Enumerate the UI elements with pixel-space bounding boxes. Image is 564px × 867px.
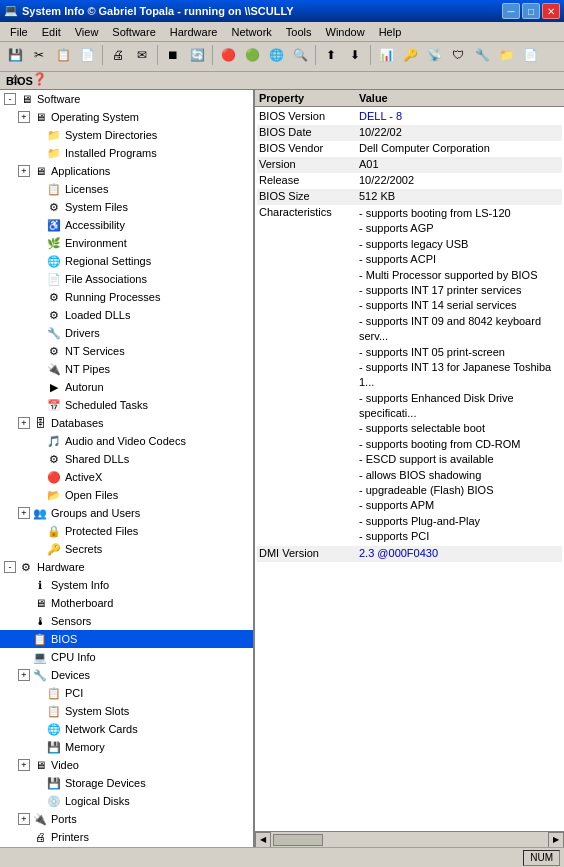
toolbar-red[interactable]: 🔴: [217, 44, 239, 66]
toolbar-folder[interactable]: 📁: [495, 44, 517, 66]
toolbar-down[interactable]: ⬇: [344, 44, 366, 66]
tree-item-motherboard[interactable]: 🖥Motherboard: [0, 594, 253, 612]
toolbar-network[interactable]: 📡: [423, 44, 445, 66]
tree-item-autorun[interactable]: ▶Autorun: [0, 378, 253, 396]
tree-item-system-info[interactable]: ℹSystem Info: [0, 576, 253, 594]
maximize-button[interactable]: □: [522, 3, 540, 19]
tree-item-devices[interactable]: +🔧Devices: [0, 666, 253, 684]
toolbar-copy[interactable]: 📋: [52, 44, 74, 66]
expand-icon-databases[interactable]: +: [18, 417, 30, 429]
tree-icon-network-cards: 🌐: [46, 721, 62, 737]
expand-icon-devices[interactable]: +: [18, 669, 30, 681]
toolbar-search[interactable]: 🔍: [289, 44, 311, 66]
tree-item-network-cards[interactable]: 🌐Network Cards: [0, 720, 253, 738]
menu-item-tools[interactable]: Tools: [280, 24, 318, 40]
detail-content[interactable]: BIOS VersionDELL - 8BIOS Date10/22/02BIO…: [255, 107, 564, 831]
expand-icon-applications[interactable]: +: [18, 165, 30, 177]
tree-item-storage-devices[interactable]: 💾Storage Devices: [0, 774, 253, 792]
toolbar-print[interactable]: 🖨: [107, 44, 129, 66]
hscroll-left[interactable]: ◀: [255, 832, 271, 848]
detail-row-1: BIOS Date10/22/02: [257, 125, 562, 141]
tree-item-loaded-dlls[interactable]: ⚙Loaded DLLs: [0, 306, 253, 324]
tree-item-nt-services[interactable]: ⚙NT Services: [0, 342, 253, 360]
menu-item-edit[interactable]: Edit: [36, 24, 67, 40]
tree-item-system-dirs[interactable]: 📁System Directories: [0, 126, 253, 144]
tree-panel[interactable]: -🖥Software+🖥Operating System📁System Dire…: [0, 90, 255, 847]
hscroll-thumb[interactable]: [273, 834, 323, 846]
tree-item-accessibility[interactable]: ♿Accessibility: [0, 216, 253, 234]
tree-icon-groups-users: 👥: [32, 505, 48, 521]
tree-item-protected-files[interactable]: 🔒Protected Files: [0, 522, 253, 540]
tree-label-open-files: Open Files: [65, 489, 118, 501]
close-button[interactable]: ✕: [542, 3, 560, 19]
tree-item-logical-disks[interactable]: 💿Logical Disks: [0, 792, 253, 810]
tree-label-licenses: Licenses: [65, 183, 108, 195]
tree-label-printers: Printers: [51, 831, 89, 843]
menu-item-file[interactable]: File: [4, 24, 34, 40]
toolbar-cut[interactable]: ✂: [28, 44, 50, 66]
tree-item-video[interactable]: +🖥Video: [0, 756, 253, 774]
tree-item-activex[interactable]: 🔴ActiveX: [0, 468, 253, 486]
toolbar-new[interactable]: 💾: [4, 44, 26, 66]
tree-item-environment[interactable]: 🌿Environment: [0, 234, 253, 252]
tree-item-sensors[interactable]: 🌡Sensors: [0, 612, 253, 630]
tree-label-software-root: Software: [37, 93, 80, 105]
tree-icon-open-files: 📂: [46, 487, 62, 503]
tree-item-printers[interactable]: 🖨Printers: [0, 828, 253, 846]
tree-item-bios[interactable]: 📋BIOS: [0, 630, 253, 648]
tree-item-regional-settings[interactable]: 🌐Regional Settings: [0, 252, 253, 270]
tree-item-applications[interactable]: +🖥Applications: [0, 162, 253, 180]
toolbar-key[interactable]: 🔑: [399, 44, 421, 66]
tree-item-memory[interactable]: 💾Memory: [0, 738, 253, 756]
tree-label-sensors: Sensors: [51, 615, 91, 627]
tree-item-audio-video-codecs[interactable]: 🎵Audio and Video Codecs: [0, 432, 253, 450]
hscroll-right[interactable]: ▶: [548, 832, 564, 848]
tree-item-drivers[interactable]: 🔧Drivers: [0, 324, 253, 342]
expand-icon-groups-users[interactable]: +: [18, 507, 30, 519]
toolbar-paste[interactable]: 📄: [76, 44, 98, 66]
tree-item-secrets[interactable]: 🔑Secrets: [0, 540, 253, 558]
toolbar-up[interactable]: ⬆: [320, 44, 342, 66]
expand-icon-ports[interactable]: +: [18, 813, 30, 825]
tree-item-cpu-info[interactable]: 💻CPU Info: [0, 648, 253, 666]
toolbar-email[interactable]: ✉: [131, 44, 153, 66]
expand-icon-operating-system[interactable]: +: [18, 111, 30, 123]
detail-val-6: - supports booting from LS-120 - support…: [359, 206, 560, 545]
minimize-button[interactable]: ─: [502, 3, 520, 19]
menu-item-window[interactable]: Window: [320, 24, 371, 40]
tree-item-hardware-root[interactable]: -⚙Hardware: [0, 558, 253, 576]
tree-item-pci[interactable]: 📋PCI: [0, 684, 253, 702]
menu-item-help[interactable]: Help: [373, 24, 408, 40]
tree-item-running-processes[interactable]: ⚙Running Processes: [0, 288, 253, 306]
toolbar-web[interactable]: 🌐: [265, 44, 287, 66]
expand-icon-hardware-root[interactable]: -: [4, 561, 16, 573]
tree-item-installed-programs[interactable]: 📁Installed Programs: [0, 144, 253, 162]
tree-item-system-slots[interactable]: 📋System Slots: [0, 702, 253, 720]
tree-item-operating-system[interactable]: +🖥Operating System: [0, 108, 253, 126]
menu-item-software[interactable]: Software: [106, 24, 161, 40]
hscroll-track[interactable]: [271, 832, 548, 847]
toolbar-refresh[interactable]: 🔄: [186, 44, 208, 66]
menu-item-hardware[interactable]: Hardware: [164, 24, 224, 40]
menu-item-view[interactable]: View: [69, 24, 105, 40]
toolbar-chart[interactable]: 📊: [375, 44, 397, 66]
menu-item-network[interactable]: Network: [225, 24, 277, 40]
toolbar-doc[interactable]: 📄: [519, 44, 541, 66]
tree-item-software-root[interactable]: -🖥Software: [0, 90, 253, 108]
toolbar-wrench[interactable]: 🔧: [471, 44, 493, 66]
expand-icon-software-root[interactable]: -: [4, 93, 16, 105]
tree-item-groups-users[interactable]: +👥Groups and Users: [0, 504, 253, 522]
expand-icon-video[interactable]: +: [18, 759, 30, 771]
tree-item-file-associations[interactable]: 📄File Associations: [0, 270, 253, 288]
tree-item-open-files[interactable]: 📂Open Files: [0, 486, 253, 504]
tree-item-licenses[interactable]: 📋Licenses: [0, 180, 253, 198]
toolbar-green[interactable]: 🟢: [241, 44, 263, 66]
tree-item-nt-pipes[interactable]: 🔌NT Pipes: [0, 360, 253, 378]
tree-item-system-files[interactable]: ⚙System Files: [0, 198, 253, 216]
toolbar-shield[interactable]: 🛡: [447, 44, 469, 66]
tree-item-scheduled-tasks[interactable]: 📅Scheduled Tasks: [0, 396, 253, 414]
tree-item-ports[interactable]: +🔌Ports: [0, 810, 253, 828]
toolbar-stop[interactable]: ⏹: [162, 44, 184, 66]
tree-item-databases[interactable]: +🗄Databases: [0, 414, 253, 432]
tree-item-shared-dlls[interactable]: ⚙Shared DLLs: [0, 450, 253, 468]
